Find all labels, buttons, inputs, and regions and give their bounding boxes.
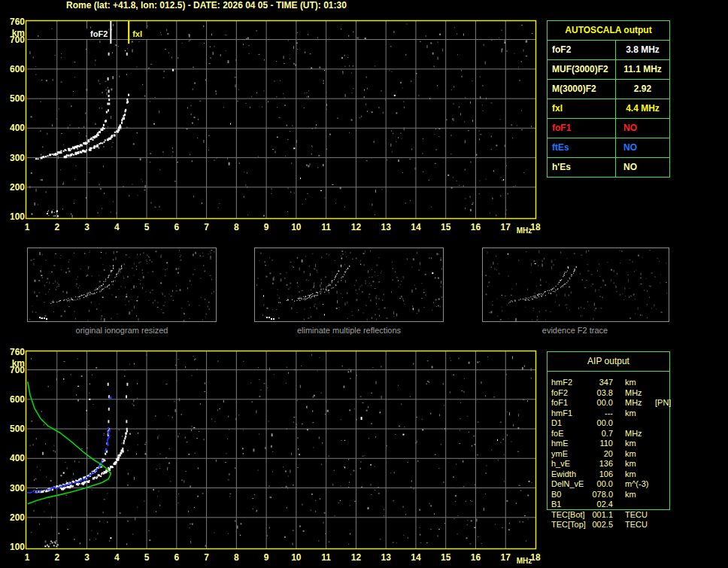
echo-speckles (29, 250, 215, 321)
x-tick-label: 6 (174, 222, 179, 232)
x-tick-label: 10 (291, 552, 302, 563)
aip-value: 001.1 (590, 510, 613, 521)
y-tick-label: 500 (10, 93, 25, 104)
aip-value: 136 (590, 459, 613, 469)
window-title: Rome (lat: +41.8, lon: 012.5) - DATE: 20… (66, 0, 347, 11)
y-axis-labels: 760700600500400300200100km (10, 17, 25, 222)
y-tick-label: 300 (10, 483, 25, 494)
aip-value: 00.0 (590, 418, 613, 429)
autoscala-param-value: 4.4 MHz (616, 99, 669, 118)
x-trace (60, 383, 129, 491)
plot-border (26, 351, 536, 549)
aip-unit: km (625, 439, 654, 449)
y-tick-label: 200 (10, 182, 25, 193)
aip-label: TEC[Top] (547, 520, 590, 530)
aip-unit (625, 418, 654, 429)
ionogram-traces (35, 53, 129, 160)
aip-unit: MHz (625, 429, 654, 439)
autoscala-param-value: 11.1 MHz (616, 60, 669, 79)
autoscala-row-fxI: fxI4.4 MHz (548, 99, 669, 119)
x-tick-label: 16 (471, 222, 481, 232)
aip-label: foF2 (547, 388, 590, 399)
plot-border (26, 21, 536, 219)
grid-lines (27, 20, 535, 219)
y-tick-label: 100 (10, 542, 25, 552)
x-tick-label: 1 (25, 222, 30, 232)
autoscala-param-label: MUF(3000)F2 (548, 60, 616, 79)
x-tick-label: 11 (321, 222, 331, 232)
bottom-ionogram-plot: 760700600500400300200100km12345678910111… (10, 347, 541, 565)
thumb-caption-3: evidence F2 trace (481, 325, 669, 336)
aip-unit: m^(-3) (625, 479, 654, 490)
x-tick-label: 7 (204, 222, 209, 232)
aip-row-TEC[Top]: TEC[Top]002.5TECU (547, 520, 697, 530)
x-axis-unit: MHz (517, 226, 532, 235)
x-tick-label: 4 (114, 222, 120, 232)
aip-label: D1 (547, 418, 590, 429)
aip-row-B0: B0078.0km (547, 490, 697, 500)
interference-blob (44, 541, 59, 548)
thumbnail-trace (50, 265, 122, 304)
aip-value: 347 (590, 378, 613, 388)
thumbnail-border (483, 248, 669, 322)
foF2-marker-label: foF2 (90, 29, 108, 38)
y-axis-unit: km (12, 358, 25, 369)
autoscala-row-foF1: foF1NO (548, 119, 669, 138)
thumbnail-panel-3 (483, 248, 669, 322)
aip-label: hmF2 (547, 378, 590, 388)
aip-label: B0 (547, 490, 590, 500)
y-tick-label: 600 (10, 394, 25, 405)
autoscala-param-value: NO (616, 119, 669, 138)
aip-unit: MHz (625, 398, 654, 409)
aip-value: 00.0 (590, 479, 613, 490)
y-axis-unit: km (12, 28, 25, 38)
thumb-caption-2: eliminate multiple reflections (254, 325, 444, 336)
x-tick-label: 4 (114, 552, 120, 563)
aip-row-D1: D100.0 (547, 418, 697, 429)
aip-unit: km (625, 409, 654, 419)
aip-unit: km (625, 490, 654, 500)
aip-value: 0.7 (590, 429, 613, 439)
y-tick-label: 100 (10, 211, 25, 222)
grid-lines (27, 351, 535, 549)
autoscala-param-label: M(3000)F2 (548, 80, 616, 99)
x-tick-label: 18 (530, 552, 541, 563)
aip-label: foE (547, 429, 590, 439)
x-tick-label: 16 (471, 552, 481, 563)
x-tick-label: 14 (411, 222, 421, 232)
thumbnail-panel-2 (255, 248, 444, 322)
x-tick-label: 12 (351, 222, 362, 232)
aip-row-Ewidth: Ewidth106km (547, 469, 697, 480)
aip-value: 02.4 (590, 500, 613, 510)
thumb-caption-1: original ionogram resized (27, 325, 217, 336)
aip-unit (625, 500, 654, 510)
autoscala-rows: foF23.8 MHzMUF(3000)F211.1 MHzM(3000)F22… (548, 41, 669, 177)
thumbnail-border (28, 248, 217, 322)
autoscala-param-value: 2.92 (616, 80, 669, 99)
aip-value: 00.0 (590, 398, 613, 409)
aip-unit: MHz (625, 388, 654, 399)
thumbnail-trace (510, 266, 577, 302)
aip-label: h_vE (547, 459, 590, 469)
x-tick-label: 12 (351, 552, 362, 563)
aip-row-DelN_vE: DelN_vE00.0m^(-3) (547, 479, 697, 490)
aip-value: 03.8 (590, 388, 613, 399)
x-tick-label: 11 (321, 552, 331, 563)
x-tick-label: 15 (441, 222, 451, 232)
x-tick-label: 9 (264, 552, 269, 563)
restored-trace (27, 396, 111, 494)
x-tick-label: 2 (54, 552, 59, 563)
y-tick-label: 600 (10, 64, 25, 74)
x-axis-labels: 123456789101112131415161718MHz (25, 552, 541, 565)
aip-label: B1 (547, 500, 590, 510)
autoscala-header: AUTOSCALA output (548, 21, 669, 41)
aip-rows: hmF2347kmfoF203.8MHzfoF100.0MHz[PN]hmF1-… (547, 378, 697, 530)
aip-value: 078.0 (590, 490, 613, 500)
aip-row-hmE: hmE110km (547, 439, 697, 449)
x-tick-label: 5 (144, 222, 150, 232)
aip-row-B1: B102.4 (547, 500, 697, 510)
y-tick-label: 400 (10, 123, 25, 133)
x-tick-label: 2 (54, 222, 59, 232)
aip-value: --- (590, 409, 613, 419)
autoscala-param-label: h'Es (548, 158, 616, 177)
